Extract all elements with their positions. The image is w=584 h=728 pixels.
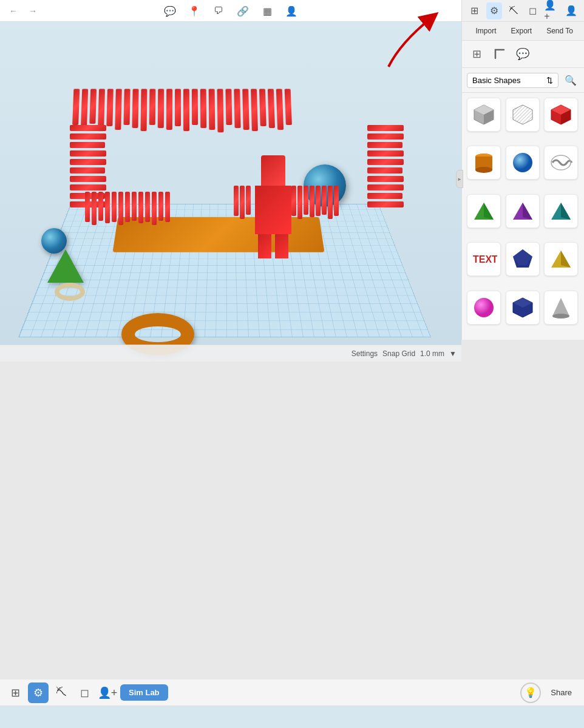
shape-orange-cylinder[interactable]	[467, 146, 501, 180]
svg-point-28	[552, 314, 569, 318]
grid-view-icon[interactable]: ⊞	[467, 44, 486, 64]
link-icon[interactable]: 🔗	[233, 2, 253, 19]
shapes-search-row: Basic Shapes ⇅ 🔍	[462, 68, 584, 93]
shape-gray-cube[interactable]	[467, 98, 501, 132]
snap-value: 1.0 mm	[420, 349, 444, 358]
shape-gray-cone[interactable]	[544, 291, 578, 325]
top-section: ← → 💬 📍 🗩 🔗 ▦ 👤	[0, 0, 584, 340]
svg-marker-14	[484, 203, 494, 220]
svg-point-11	[513, 153, 532, 172]
shape-text[interactable]: TEXT	[467, 242, 501, 276]
shapes-grid: TEXT	[462, 93, 584, 340]
shape-yellow-pyramid[interactable]	[544, 242, 578, 276]
grid-icon-top[interactable]: ⊞	[467, 2, 483, 19]
svg-point-24	[474, 298, 494, 317]
pickaxe-icon-bottom[interactable]: ⛏	[51, 682, 72, 703]
dropdown-arrows: ⇅	[546, 76, 553, 85]
svg-marker-16	[523, 203, 532, 220]
shape-blue-sphere[interactable]	[506, 146, 540, 180]
svg-point-10	[475, 167, 492, 173]
nav-bar: ← → 💬 📍 🗩 🔗 ▦ 👤	[0, 0, 461, 22]
right-panel-top: ⊞ ⚙ ⛏ ◻ 👤+ 👤 Import Export Send To ⊞ 💬 B…	[461, 0, 584, 340]
location-icon[interactable]: 📍	[185, 2, 204, 19]
grid-nav-icon[interactable]: ▦	[257, 2, 277, 19]
svg-text:TEXT: TEXT	[473, 254, 497, 265]
snap-grid-label: Snap Grid	[382, 349, 415, 358]
domino-front-row	[85, 192, 170, 225]
shape-red-cube[interactable]	[544, 98, 578, 132]
shape-hatched-cube[interactable]	[506, 98, 540, 132]
sendto-button[interactable]: Send To	[540, 24, 579, 38]
bottom-section: ⊞ ⚙ ⛏ ◻ 👤+ Sim Lab 💡 Share Reset	[0, 679, 584, 728]
user-nav-icon[interactable]: 👤	[282, 2, 301, 19]
cube-icon-bottom[interactable]: ◻	[74, 682, 95, 703]
simlab-label-button[interactable]: Sim Lab	[120, 684, 168, 701]
shape-blue-pentagon[interactable]	[506, 242, 540, 276]
profile-icon-top[interactable]: 👤	[563, 2, 579, 19]
share-button[interactable]: Share	[543, 684, 579, 701]
viewport-top[interactable]: Settings Snap Grid 1.0 mm ▼	[0, 22, 461, 362]
chat-view-icon[interactable]: 💬	[513, 44, 532, 64]
shape-green-pyramid[interactable]	[467, 194, 501, 228]
shape-wavy[interactable]	[544, 146, 578, 180]
svg-marker-18	[561, 203, 571, 220]
objects-top	[36, 70, 437, 337]
shape-purple-pyramid[interactable]	[506, 194, 540, 228]
add-user-icon-bottom[interactable]: 👤+	[97, 682, 118, 703]
shape-magenta-sphere[interactable]	[467, 291, 501, 325]
bottom-toolbar: ⊞ ⚙ ⛏ ◻ 👤+ Sim Lab 💡 Share	[0, 679, 584, 706]
domino-right-col	[367, 125, 404, 207]
svg-marker-27	[552, 298, 569, 316]
objects-bottom	[24, 710, 559, 728]
simlab-icon-bottom[interactable]: ⚙	[28, 682, 49, 703]
back-button[interactable]: ←	[5, 2, 22, 19]
corner-view-icon[interactable]	[490, 44, 509, 64]
import-button[interactable]: Import	[469, 24, 502, 38]
chat-icon[interactable]: 🗩	[209, 2, 228, 19]
pickaxe-icon-top[interactable]: ⛏	[506, 2, 521, 19]
green-triangle-top	[47, 249, 84, 283]
shape-blue-prism[interactable]	[506, 291, 540, 325]
status-bar-top: Settings Snap Grid 1.0 mm ▼	[0, 345, 461, 362]
comment-icon[interactable]: 💬	[160, 2, 180, 19]
simlab-icon-top[interactable]: ⚙	[486, 2, 502, 19]
shape-teal-pyramid[interactable]	[544, 194, 578, 228]
svg-marker-23	[561, 251, 571, 268]
settings-label[interactable]: Settings	[351, 349, 378, 358]
panel-collapse-handle[interactable]: ►	[456, 170, 463, 188]
export-button[interactable]: Export	[504, 24, 538, 38]
svg-marker-4	[513, 105, 532, 124]
cube-icon-top[interactable]: ◻	[525, 2, 541, 19]
lightbulb-button[interactable]: 💡	[520, 682, 541, 703]
import-export-row: Import Export Send To	[462, 22, 584, 41]
shape-view-row: ⊞ 💬	[462, 41, 584, 68]
shapes-dropdown[interactable]: Basic Shapes ⇅	[467, 73, 559, 88]
white-ring-top	[55, 283, 85, 301]
forward-button[interactable]: →	[24, 2, 41, 19]
grid-icon-bottom[interactable]: ⊞	[5, 682, 25, 703]
search-button[interactable]: 🔍	[562, 72, 579, 89]
shapes-label: Basic Shapes	[472, 76, 521, 85]
snap-dropdown-icon[interactable]: ▼	[449, 349, 457, 358]
top-toolbar: ⊞ ⚙ ⛏ ◻ 👤+ 👤	[462, 0, 584, 22]
add-user-icon-top[interactable]: 👤+	[544, 2, 560, 19]
center-tools: 💬 📍 🗩 🔗 ▦ 👤	[160, 0, 301, 22]
